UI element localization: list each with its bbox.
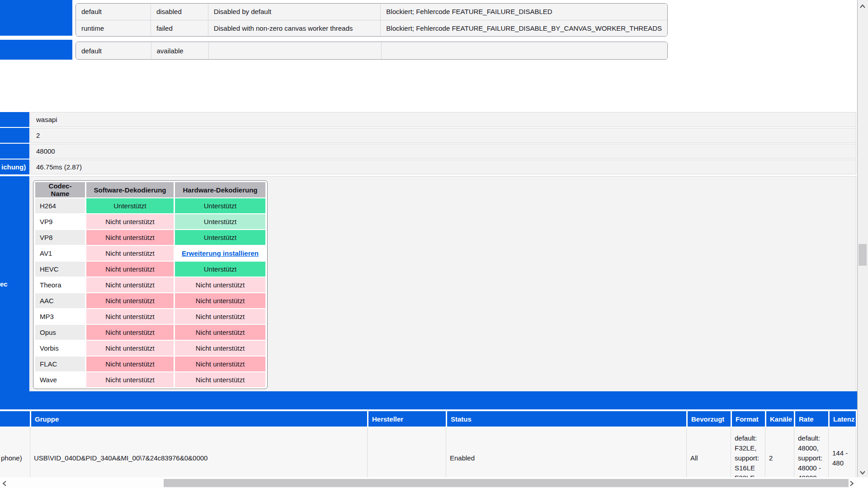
hw-decode-status: Unterstützt bbox=[175, 262, 265, 277]
feature-failure-log bbox=[381, 42, 667, 59]
codec-name: VP9 bbox=[35, 214, 85, 229]
sw-decode-status: Nicht unterstützt bbox=[86, 293, 174, 308]
feature-row-header-1 bbox=[0, 0, 72, 36]
codec-name: Vorbis bbox=[35, 341, 85, 356]
codec-name-header: Codec-Name bbox=[35, 182, 85, 197]
codec-name: MP3 bbox=[35, 309, 85, 324]
hw-decode-status: Nicht unterstützt bbox=[175, 293, 265, 308]
table-header-row: Codec-Name Software-Dekodierung Hardware… bbox=[35, 182, 265, 197]
codec-name: HEVC bbox=[35, 262, 85, 277]
feature-key: default bbox=[76, 4, 151, 20]
feature-status: available bbox=[151, 42, 208, 59]
codec-name: AAC bbox=[35, 293, 85, 308]
codec-name: Theora bbox=[35, 277, 85, 292]
scroll-down-icon[interactable] bbox=[859, 470, 866, 475]
codec-name: AV1 bbox=[35, 246, 85, 261]
device-col-header-format: Format bbox=[732, 411, 765, 427]
codec-name: VP8 bbox=[35, 230, 85, 245]
table-row: AV1 Nicht unterstützt Erweiterung instal… bbox=[35, 246, 265, 261]
table-row: Wave Nicht unterstützt Nicht unterstützt bbox=[35, 372, 265, 387]
feature-failure-log: Blockiert; Fehlercode FEATURE_FAILURE_DI… bbox=[381, 4, 667, 20]
table-row: HEVC Nicht unterstützt Unterstützt bbox=[35, 262, 265, 277]
codec-name: FLAC bbox=[35, 357, 85, 371]
feature-description: Disabled with non-zero canvas worker thr… bbox=[208, 20, 381, 36]
scroll-left-icon[interactable] bbox=[2, 480, 9, 485]
feature-status: failed bbox=[151, 20, 208, 36]
table-row: default available bbox=[76, 42, 667, 59]
divider bbox=[446, 428, 446, 478]
hw-decode-status: Unterstützt bbox=[175, 198, 265, 213]
sw-decode-status: Nicht unterstützt bbox=[86, 277, 174, 292]
device-col-header-latenz: Latenz bbox=[830, 411, 856, 427]
device-col-header-status: Status bbox=[447, 411, 686, 427]
vertical-scrollbar[interactable] bbox=[857, 0, 868, 477]
audio-channels-value: 2 bbox=[30, 128, 856, 143]
audio-rate-row-header bbox=[0, 144, 29, 159]
audio-rate-value: 48000 bbox=[30, 144, 856, 159]
hw-decode-status: Nicht unterstützt bbox=[175, 325, 265, 340]
hw-decode-status: Nicht unterstützt bbox=[175, 309, 265, 324]
vertical-scrollbar-thumb[interactable] bbox=[859, 244, 867, 266]
hardware-decoding-header: Hardware-Dekodierung bbox=[175, 182, 265, 197]
sw-decode-status: Nicht unterstützt bbox=[86, 357, 174, 371]
hw-decode-status: Nicht unterstützt bbox=[175, 277, 265, 292]
codec-row-header: ec bbox=[0, 176, 29, 392]
feature-status-table-2: default available bbox=[75, 42, 668, 60]
device-col-header-rate: Rate bbox=[795, 411, 828, 427]
sw-decode-status: Nicht unterstützt bbox=[86, 341, 174, 356]
audio-latency-value: 46.75ms (2.87) bbox=[30, 160, 856, 174]
feature-description bbox=[208, 42, 381, 59]
sw-decode-status: Nicht unterstützt bbox=[86, 246, 174, 261]
table-row: VP9 Nicht unterstützt Unterstützt bbox=[35, 214, 265, 229]
table-row: Vorbis Nicht unterstützt Nicht unterstüt… bbox=[35, 341, 265, 356]
hw-decode-status: Unterstützt bbox=[175, 214, 265, 229]
divider bbox=[731, 428, 731, 478]
horizontal-scrollbar-thumb[interactable] bbox=[164, 479, 849, 487]
scroll-up-icon[interactable] bbox=[859, 4, 866, 9]
feature-key: runtime bbox=[76, 20, 151, 36]
table-row: MP3 Nicht unterstützt Nicht unterstützt bbox=[35, 309, 265, 324]
feature-status-table-1: default disabled Disabled by default Blo… bbox=[75, 3, 668, 37]
table-row: Theora Nicht unterstützt Nicht unterstüt… bbox=[35, 277, 265, 292]
divider bbox=[367, 428, 368, 478]
sw-decode-status: Unterstützt bbox=[86, 198, 174, 213]
table-row: VP8 Nicht unterstützt Unterstützt bbox=[35, 230, 265, 245]
hw-decode-status: Unterstützt bbox=[175, 230, 265, 245]
table-row: FLAC Nicht unterstützt Nicht unterstützt bbox=[35, 357, 265, 371]
audio-backend-row-header bbox=[0, 112, 29, 127]
codec-name: H264 bbox=[35, 198, 85, 213]
divider bbox=[765, 428, 765, 478]
codec-name: Wave bbox=[35, 372, 85, 387]
feature-status: disabled bbox=[151, 4, 208, 20]
sw-decode-status: Nicht unterstützt bbox=[86, 325, 174, 340]
feature-row-header-2 bbox=[0, 40, 72, 60]
divider bbox=[856, 428, 856, 478]
audio-channels-row-header bbox=[0, 128, 29, 143]
install-extension-link[interactable]: Erweiterung installieren bbox=[182, 249, 259, 257]
hw-decode-status: Erweiterung installieren bbox=[175, 246, 265, 261]
device-col-header-kanaele: Kanäle bbox=[766, 411, 794, 427]
divider bbox=[686, 428, 687, 478]
scroll-right-icon[interactable] bbox=[849, 480, 856, 485]
hw-decode-status: Nicht unterstützt bbox=[175, 341, 265, 356]
divider bbox=[30, 428, 30, 478]
hw-decode-status: Nicht unterstützt bbox=[175, 357, 265, 371]
sw-decode-status: Nicht unterstützt bbox=[86, 309, 174, 324]
codec-support-table: Codec-Name Software-Dekodierung Hardware… bbox=[33, 180, 268, 389]
table-row: default disabled Disabled by default Blo… bbox=[76, 4, 667, 20]
device-col-header-blank bbox=[0, 411, 30, 427]
audio-latency-row-header: ichung) bbox=[0, 160, 29, 174]
devices-section-header-bar bbox=[0, 391, 857, 409]
table-row: H264 Unterstützt Unterstützt bbox=[35, 198, 265, 213]
sw-decode-status: Nicht unterstützt bbox=[86, 214, 174, 229]
feature-failure-log: Blockiert; Fehlercode FEATURE_FAILURE_DI… bbox=[381, 20, 667, 36]
device-col-header-gruppe: Gruppe bbox=[31, 411, 367, 427]
device-col-header-bevorzugt: Bevorzugt bbox=[688, 411, 731, 427]
sw-decode-status: Nicht unterstützt bbox=[86, 372, 174, 387]
hw-decode-status: Nicht unterstützt bbox=[175, 372, 265, 387]
audio-backend-value: wasapi bbox=[30, 112, 856, 127]
feature-description: Disabled by default bbox=[208, 4, 381, 20]
codec-name: Opus bbox=[35, 325, 85, 340]
device-col-header-hersteller: Hersteller bbox=[368, 411, 446, 427]
table-row: AAC Nicht unterstützt Nicht unterstützt bbox=[35, 293, 265, 308]
